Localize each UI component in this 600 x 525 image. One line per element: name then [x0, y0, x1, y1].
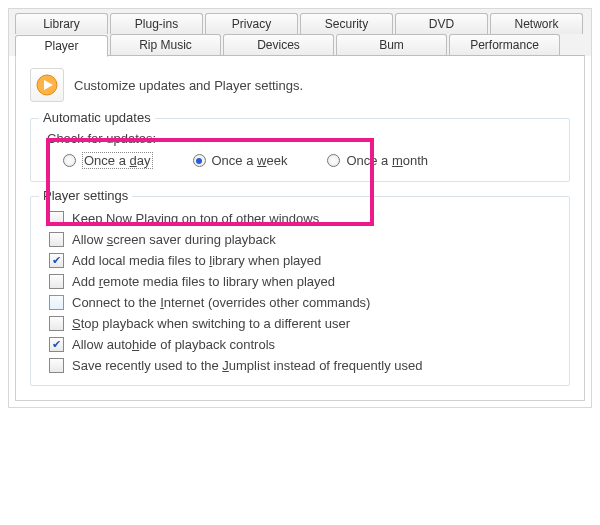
radio-input-month[interactable]: [327, 154, 340, 167]
player-icon: [30, 68, 64, 102]
checkbox-screen-saver[interactable]: [49, 232, 64, 247]
group-title-player-settings: Player settings: [39, 188, 132, 203]
radio-label-week: Once a week: [212, 153, 288, 168]
option-stop-playback[interactable]: Stop playback when switching to a differ…: [49, 316, 557, 331]
tab-privacy[interactable]: Privacy: [205, 13, 298, 34]
option-add-remote[interactable]: Add remote media files to library when p…: [49, 274, 557, 289]
checkbox-label-autohide: Allow autohide of playback controls: [72, 337, 275, 352]
options-dialog: LibraryPlug-insPrivacySecurityDVDNetwork…: [8, 8, 592, 408]
radio-label-month: Once a month: [346, 153, 428, 168]
tab-security[interactable]: Security: [300, 13, 393, 34]
checkbox-label-screen-saver: Allow screen saver during playback: [72, 232, 276, 247]
radio-input-day[interactable]: [63, 154, 76, 167]
checkbox-label-connect-internet: Connect to the Internet (overrides other…: [72, 295, 370, 310]
tab-bum[interactable]: Bum: [336, 34, 447, 56]
option-connect-internet[interactable]: Connect to the Internet (overrides other…: [49, 295, 557, 310]
tab-pane-player: Customize updates and Player settings. A…: [15, 55, 585, 401]
option-jumplist[interactable]: Save recently used to the Jumplist inste…: [49, 358, 557, 373]
checkbox-stop-playback[interactable]: [49, 316, 64, 331]
tab-plug-ins[interactable]: Plug-ins: [110, 13, 203, 34]
tab-library[interactable]: Library: [15, 13, 108, 34]
checkbox-label-jumplist: Save recently used to the Jumplist inste…: [72, 358, 422, 373]
radio-week[interactable]: Once a week: [193, 153, 288, 168]
checkbox-label-add-local: Add local media files to library when pl…: [72, 253, 321, 268]
radio-day[interactable]: Once a day: [63, 152, 153, 169]
tab-strip: LibraryPlug-insPrivacySecurityDVDNetwork…: [9, 9, 591, 56]
checkbox-add-remote[interactable]: [49, 274, 64, 289]
option-screen-saver[interactable]: Allow screen saver during playback: [49, 232, 557, 247]
header-description: Customize updates and Player settings.: [74, 78, 303, 93]
radio-label-day: Once a day: [82, 152, 153, 169]
checkbox-label-add-remote: Add remote media files to library when p…: [72, 274, 335, 289]
group-title-auto-updates: Automatic updates: [39, 110, 155, 125]
group-player-settings: Player settings Keep Now Playing on top …: [30, 196, 570, 386]
tab-devices[interactable]: Devices: [223, 34, 334, 56]
radio-input-week[interactable]: [193, 154, 206, 167]
check-for-updates-label: Check for updates:: [47, 131, 557, 146]
checkbox-jumplist[interactable]: [49, 358, 64, 373]
checkbox-keep-top[interactable]: [49, 211, 64, 226]
checkbox-label-keep-top: Keep Now Playing on top of other windows: [72, 211, 319, 226]
tab-performance[interactable]: Performance: [449, 34, 560, 56]
option-autohide[interactable]: Allow autohide of playback controls: [49, 337, 557, 352]
group-automatic-updates: Automatic updates Check for updates: Onc…: [30, 118, 570, 182]
tab-network[interactable]: Network: [490, 13, 583, 34]
tab-player[interactable]: Player: [15, 35, 108, 57]
tab-dvd[interactable]: DVD: [395, 13, 488, 34]
checkbox-autohide[interactable]: [49, 337, 64, 352]
checkbox-add-local[interactable]: [49, 253, 64, 268]
tab-rip-music[interactable]: Rip Music: [110, 34, 221, 56]
checkbox-connect-internet[interactable]: [49, 295, 64, 310]
option-keep-top[interactable]: Keep Now Playing on top of other windows: [49, 211, 557, 226]
checkbox-label-stop-playback: Stop playback when switching to a differ…: [72, 316, 350, 331]
radio-month[interactable]: Once a month: [327, 153, 428, 168]
option-add-local[interactable]: Add local media files to library when pl…: [49, 253, 557, 268]
